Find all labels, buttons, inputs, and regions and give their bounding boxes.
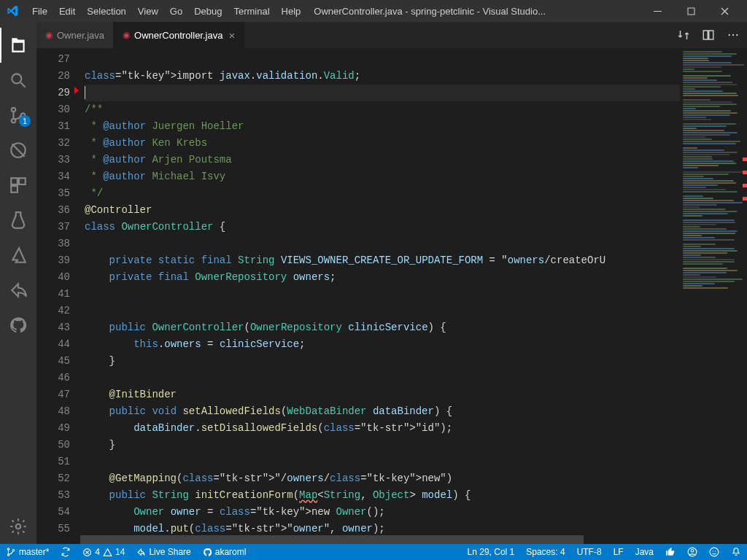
svg-point-10	[16, 524, 21, 529]
svg-point-15	[736, 34, 738, 36]
status-github-user[interactable]: akaroml	[197, 544, 252, 560]
svg-rect-1	[688, 8, 694, 15]
smiley-icon	[709, 547, 719, 557]
status-indentation[interactable]: Spaces: 4	[520, 544, 570, 560]
svg-rect-11	[703, 31, 708, 39]
account-icon	[687, 547, 697, 557]
status-bar: master* 4 14 Live Share akaroml Ln 29, C…	[0, 544, 747, 560]
git-branch-icon	[6, 547, 16, 557]
svg-rect-9	[11, 186, 18, 192]
status-encoding[interactable]: UTF-8	[571, 544, 608, 560]
svg-point-4	[12, 119, 15, 122]
vscode-logo-icon	[6, 4, 19, 18]
horizontal-scrollbar[interactable]	[36, 535, 747, 544]
svg-point-21	[691, 550, 694, 553]
svg-rect-8	[19, 178, 26, 184]
tab-label: Owner.java	[57, 30, 104, 41]
breakpoint-marker-icon[interactable]	[74, 87, 79, 94]
error-icon	[82, 548, 92, 557]
svg-rect-7	[11, 178, 18, 184]
tab-close-icon[interactable]: ×	[228, 29, 235, 42]
titlebar: File Edit Selection View Go Debug Termin…	[0, 0, 747, 22]
github-icon	[203, 548, 212, 557]
status-encoding-label: UTF-8	[577, 547, 602, 557]
tab-label: OwnerController.java	[134, 30, 222, 41]
status-feedback[interactable]	[659, 544, 681, 560]
svg-point-17	[7, 554, 9, 556]
svg-point-3	[12, 108, 15, 112]
svg-point-18	[12, 550, 14, 551]
status-sync[interactable]	[55, 544, 77, 560]
menu-terminal[interactable]: Terminal	[228, 6, 275, 17]
svg-point-22	[710, 548, 719, 556]
menu-file[interactable]: File	[26, 6, 53, 17]
thumbs-up-icon	[665, 547, 676, 557]
window-maximize-button[interactable]	[674, 0, 708, 22]
menu-go[interactable]: Go	[164, 6, 188, 17]
tab-owner-java[interactable]: ◉ Owner.java	[36, 22, 114, 48]
svg-rect-0	[654, 11, 662, 12]
tab-ownercontroller-java[interactable]: ◉ OwnerController.java ×	[114, 22, 244, 48]
activity-search[interactable]	[0, 63, 36, 98]
activity-scm[interactable]: 1	[0, 98, 36, 133]
activity-azure[interactable]	[0, 238, 36, 273]
status-tweet[interactable]	[703, 544, 725, 560]
status-language[interactable]: Java	[630, 544, 659, 560]
svg-rect-12	[709, 31, 713, 39]
status-live-share-label: Live Share	[149, 547, 190, 557]
java-file-icon: ◉	[123, 30, 130, 40]
status-lang-label: Java	[635, 547, 654, 557]
activity-bar: 1	[0, 22, 36, 544]
editor-body[interactable]: 2728293031323334353637383940414243444546…	[36, 48, 747, 535]
svg-point-24	[715, 551, 716, 551]
svg-point-23	[713, 551, 713, 551]
editor-more-icon[interactable]	[727, 28, 740, 42]
status-cursor-label: Ln 29, Col 1	[468, 547, 515, 557]
scm-badge: 1	[19, 115, 31, 127]
activity-test[interactable]	[0, 203, 36, 238]
window-minimize-button[interactable]	[640, 0, 674, 22]
scrollbar-thumb[interactable]	[80, 535, 584, 544]
svg-point-2	[12, 74, 21, 83]
activity-settings[interactable]	[0, 509, 36, 544]
java-file-icon: ◉	[45, 30, 53, 40]
status-spaces-label: Spaces: 4	[526, 547, 565, 557]
menu-help[interactable]: Help	[276, 6, 307, 17]
svg-point-14	[732, 34, 734, 36]
bell-icon	[731, 547, 741, 557]
status-cursor-position[interactable]: Ln 29, Col 1	[462, 544, 521, 560]
activity-explorer[interactable]	[0, 28, 36, 63]
status-live-share[interactable]: Live Share	[131, 544, 196, 560]
status-azure-signin[interactable]	[681, 544, 703, 560]
status-notifications[interactable]	[725, 544, 747, 560]
activity-github[interactable]	[0, 308, 36, 343]
sync-icon	[61, 547, 71, 557]
svg-point-16	[7, 548, 9, 550]
activity-debug[interactable]	[0, 133, 36, 168]
menu-debug[interactable]: Debug	[188, 6, 228, 17]
status-errors-count: 4	[95, 547, 100, 557]
warning-icon	[103, 548, 112, 557]
status-eol-label: LF	[614, 547, 624, 557]
live-share-icon	[136, 548, 146, 557]
status-warnings-count: 14	[115, 547, 125, 557]
status-eol[interactable]: LF	[608, 544, 630, 560]
status-problems[interactable]: 4 14	[77, 544, 131, 560]
menu-view[interactable]: View	[132, 6, 164, 17]
editor-compare-changes-icon[interactable]	[677, 28, 690, 42]
window-close-button[interactable]	[708, 0, 741, 22]
status-branch[interactable]: master*	[0, 544, 55, 560]
activity-extensions[interactable]	[0, 168, 36, 203]
menu-edit[interactable]: Edit	[53, 6, 81, 17]
svg-point-13	[729, 34, 730, 36]
tab-bar: ◉ Owner.java ◉ OwnerController.java ×	[36, 22, 747, 48]
window-title: OwnerController.java - spring-petclinic …	[306, 6, 640, 17]
status-branch-label: master*	[19, 547, 49, 557]
activity-live-share[interactable]	[0, 273, 36, 308]
code-content[interactable]: class="tk-key">import javax.validation.V…	[85, 48, 680, 535]
editor-split-icon[interactable]	[702, 28, 715, 42]
editor-area: ◉ Owner.java ◉ OwnerController.java ×	[36, 22, 747, 544]
minimap[interactable]	[680, 48, 747, 535]
menu-selection[interactable]: Selection	[81, 6, 131, 17]
status-github-user-label: akaroml	[215, 547, 247, 557]
